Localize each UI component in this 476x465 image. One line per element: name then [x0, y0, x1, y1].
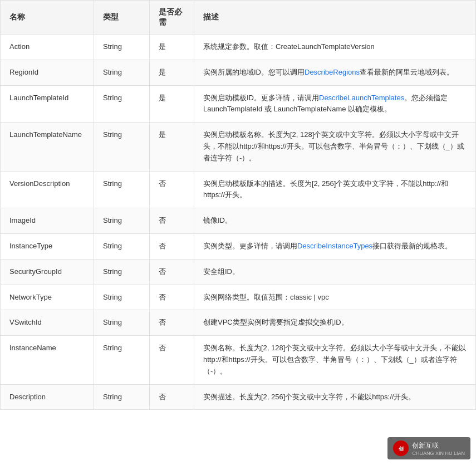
- cell-required: 否: [150, 259, 194, 285]
- table-row: VersionDescriptionString否实例启动模板版本的描述。长度为…: [1, 171, 476, 208]
- cell-type: String: [94, 35, 150, 60]
- cell-required: 否: [150, 233, 194, 259]
- cell-description: 实例启动模板版本的描述。长度为[2, 256]个英文或中文字符，不能以http:…: [194, 171, 476, 208]
- cell-required: 否: [150, 310, 194, 336]
- cell-type: String: [94, 123, 150, 171]
- col-header-name: 名称: [1, 1, 94, 35]
- cell-required: 是: [150, 35, 194, 60]
- cell-required: 否: [150, 208, 194, 234]
- cell-name: Action: [1, 35, 94, 60]
- cell-name: VersionDescription: [1, 171, 94, 208]
- cell-type: String: [94, 60, 150, 85]
- cell-type: String: [94, 85, 150, 123]
- table-row: VSwitchIdString否创建VPC类型实例时需要指定虚拟交换机ID。: [1, 310, 476, 336]
- cell-name: SecurityGroupId: [1, 259, 94, 285]
- cell-name: InstanceName: [1, 336, 94, 384]
- cell-name: RegionId: [1, 60, 94, 85]
- table-row: LaunchTemplateNameString是实例启动模板名称。长度为[2,…: [1, 123, 476, 171]
- cell-description: 安全组ID。: [194, 259, 476, 285]
- cell-required: 是: [150, 85, 194, 123]
- cell-required: 否: [150, 171, 194, 208]
- table-row: RegionIdString是实例所属的地域ID。您可以调用DescribeRe…: [1, 60, 476, 85]
- cell-type: String: [94, 310, 150, 336]
- cell-name: InstanceType: [1, 233, 94, 259]
- cell-name: LaunchTemplateName: [1, 123, 94, 171]
- cell-type: String: [94, 384, 150, 410]
- cell-type: String: [94, 208, 150, 234]
- cell-description: 实例所属的地域ID。您可以调用DescribeRegions查看最新的阿里云地域…: [194, 60, 476, 85]
- table-row: InstanceNameString否实例名称。长度为[2, 128]个英文或中…: [1, 336, 476, 384]
- cell-name: ImageId: [1, 208, 94, 234]
- table-row: SecurityGroupIdString否安全组ID。: [1, 259, 476, 285]
- cell-description: 实例网络类型。取值范围：classic | vpc: [194, 285, 476, 310]
- cell-type: String: [94, 285, 150, 310]
- cell-required: 是: [150, 123, 194, 171]
- col-header-type: 类型: [94, 1, 150, 35]
- cell-required: 否: [150, 336, 194, 384]
- cell-description: 实例类型。更多详情，请调用DescribeInstanceTypes接口获得最新…: [194, 233, 476, 259]
- api-params-table: 名称 类型 是否必需 描述 ActionString是系统规定参数。取值：Cre…: [0, 0, 476, 410]
- doc-link[interactable]: DescribeRegions: [305, 68, 360, 76]
- cell-description: 实例启动模板名称。长度为[2, 128]个英文或中文字符。必须以大小字母或中文开…: [194, 123, 476, 171]
- cell-required: 否: [150, 285, 194, 310]
- cell-name: LaunchTemplateId: [1, 85, 94, 123]
- col-header-desc: 描述: [194, 1, 476, 35]
- cell-type: String: [94, 259, 150, 285]
- table-row: NetworkTypeString否实例网络类型。取值范围：classic | …: [1, 285, 476, 310]
- doc-link[interactable]: DescribeLaunchTemplates: [319, 94, 404, 102]
- table-row: ImageIdString否镜像ID。: [1, 208, 476, 234]
- cell-description: 实例描述。长度为[2, 256]个英文或中文字符，不能以https://开头。: [194, 384, 476, 410]
- cell-type: String: [94, 233, 150, 259]
- cell-name: NetworkType: [1, 285, 94, 310]
- table-row: DescriptionString否实例描述。长度为[2, 256]个英文或中文…: [1, 384, 476, 410]
- doc-link[interactable]: DescribeInstanceTypes: [297, 242, 372, 250]
- cell-name: Description: [1, 384, 94, 410]
- table-row: InstanceTypeString否实例类型。更多详情，请调用Describe…: [1, 233, 476, 259]
- cell-required: 否: [150, 384, 194, 410]
- cell-description: 实例名称。长度为[2, 128]个英文或中文字符。必须以大小字母或中文开头，不能…: [194, 336, 476, 384]
- cell-description: 系统规定参数。取值：CreateLaunchTemplateVersion: [194, 35, 476, 60]
- table-header-row: 名称 类型 是否必需 描述: [1, 1, 476, 35]
- cell-description: 镜像ID。: [194, 208, 476, 234]
- col-header-required: 是否必需: [150, 1, 194, 35]
- cell-description: 创建VPC类型实例时需要指定虚拟交换机ID。: [194, 310, 476, 336]
- cell-required: 是: [150, 60, 194, 85]
- cell-name: VSwitchId: [1, 310, 94, 336]
- table-row: LaunchTemplateIdString是实例启动模板ID。更多详情，请调用…: [1, 85, 476, 123]
- table-row: ActionString是系统规定参数。取值：CreateLaunchTempl…: [1, 35, 476, 60]
- cell-type: String: [94, 171, 150, 208]
- cell-description: 实例启动模板ID。更多详情，请调用DescribeLaunchTemplates…: [194, 85, 476, 123]
- cell-type: String: [94, 336, 150, 384]
